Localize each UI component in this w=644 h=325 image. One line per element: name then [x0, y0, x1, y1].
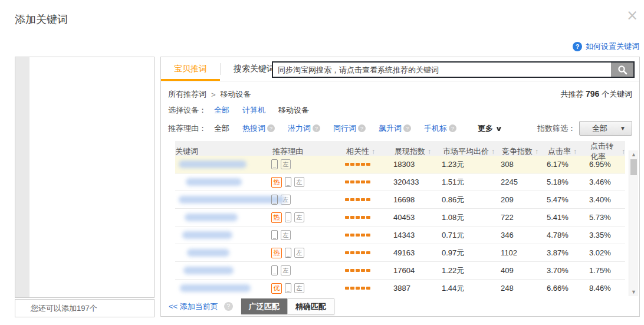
sort-arrow-icon[interactable]: ↑: [573, 147, 577, 156]
reason-cell: 左: [271, 159, 345, 169]
keyword-redacted: [186, 178, 242, 186]
recommend-count-summary: 共推荐 796 个关键词: [560, 89, 632, 100]
relevance-segment: [350, 216, 354, 219]
broad-match-button[interactable]: 广泛匹配: [241, 298, 287, 314]
search-button[interactable]: [611, 63, 633, 77]
keyword-cell: [175, 214, 271, 221]
scroll-up-icon[interactable]: ▲: [631, 150, 636, 159]
sort-arrow-icon[interactable]: ↑: [622, 147, 625, 156]
column-header-5[interactable]: 竞争指数↑: [501, 146, 547, 157]
search-input[interactable]: [273, 63, 611, 77]
competition-value: 2245: [501, 178, 547, 186]
relevance-bar: [345, 180, 393, 183]
sort-arrow-icon[interactable]: ↑: [535, 147, 538, 156]
reason-help-icon[interactable]: ?: [313, 124, 320, 132]
more-label: 更多: [478, 123, 493, 134]
relevance-segment: [345, 216, 349, 219]
help-link[interactable]: ? 如何设置关键词: [573, 41, 639, 52]
close-icon[interactable]: ×: [626, 8, 638, 22]
column-label: 点击率: [548, 146, 571, 157]
reason-help-icon[interactable]: ?: [267, 124, 275, 132]
sort-arrow-icon[interactable]: ↑: [428, 147, 431, 156]
sort-arrow-icon[interactable]: ↑: [491, 147, 495, 156]
reason-option-label: 潜力词: [288, 123, 311, 134]
selected-keywords-panel: [15, 57, 155, 298]
left-position-badge: 左: [294, 212, 304, 222]
reason-help-icon[interactable]: ?: [403, 124, 411, 132]
avg-price-value: 1.22元: [442, 265, 501, 276]
more-dropdown[interactable]: 更多 ∨: [478, 123, 502, 134]
keyword-redacted: [182, 231, 232, 239]
device-option-2[interactable]: 移动设备: [278, 105, 309, 116]
relevance-segment: [350, 251, 354, 254]
ctr-value: 6.17%: [547, 160, 589, 169]
table-row[interactable]: 热左3204331.51元22455.18%3.46%: [175, 173, 625, 191]
scroll-down-icon[interactable]: ▼: [631, 288, 636, 296]
quality-word-badge: 优: [271, 283, 282, 294]
keyword-recommend-panel: 宝贝推词 搜索关键词 所有推荐词 > 移动设备 共推荐 796 个关键词 选择设…: [160, 57, 640, 317]
reason-option-1[interactable]: 热搜词?: [242, 123, 275, 134]
table-row[interactable]: 左143430.71元3464.78%3.35%: [175, 226, 625, 244]
left-position-badge: 左: [281, 230, 291, 240]
column-header-3[interactable]: 展现指数↑: [393, 146, 442, 157]
relevance-segment: [345, 180, 349, 183]
avg-price-value: 0.71元: [442, 230, 501, 241]
reason-option-2[interactable]: 潜力词?: [288, 123, 320, 134]
reason-option-5[interactable]: 手机标?: [424, 123, 456, 134]
left-list-scrollbar[interactable]: [15, 57, 29, 297]
impression-value: 16698: [393, 195, 442, 204]
table-row[interactable]: 热左491630.97元11023.87%3.02%: [175, 244, 625, 262]
relevance-segment: [350, 287, 354, 290]
relevance-segment: [366, 287, 370, 290]
summary-prefix: 共推荐: [560, 90, 583, 99]
relevance-segment: [345, 269, 349, 272]
exact-match-button[interactable]: 精确匹配: [287, 298, 334, 314]
reason-cell: 热左: [271, 212, 345, 223]
reason-help-icon[interactable]: ?: [358, 124, 366, 132]
relevance-bar: [345, 163, 393, 166]
impression-value: 40453: [393, 213, 442, 222]
table-row[interactable]: 左166980.86元2095.47%3.40%: [175, 191, 625, 209]
table-row[interactable]: 热左404531.08元7225.41%5.73%: [175, 209, 625, 226]
scrollbar-thumb[interactable]: [630, 159, 637, 175]
keyword-table: 关键词推荐理由相关性↑展现指数↑市场平均出价↑竞争指数↑点击率↑点击转化率↑ 左…: [175, 141, 625, 305]
table-row[interactable]: 优左38871.44元2486.66%8.46%: [175, 280, 625, 297]
device-option-1[interactable]: 计算机: [242, 105, 265, 116]
index-filter-select[interactable]: 全部 ▼: [579, 121, 632, 136]
reason-option-4[interactable]: 飙升词?: [379, 123, 411, 134]
table-row[interactable]: 左183031.23元3086.17%6.95%: [175, 156, 625, 173]
breadcrumb-current: 移动设备: [221, 89, 251, 100]
device-option-0[interactable]: 全部: [214, 105, 229, 116]
add-current-page-link[interactable]: << 添加当前页: [169, 301, 218, 312]
keyword-redacted: [185, 214, 238, 221]
table-scrollbar[interactable]: ▲ ▼: [629, 150, 638, 296]
left-position-badge: 左: [294, 283, 304, 293]
match-help-icon[interactable]: ?: [224, 302, 233, 311]
column-header-6[interactable]: 点击率↑: [547, 146, 589, 157]
reason-cell: 热左: [271, 248, 345, 258]
column-label: 相关性: [346, 146, 369, 157]
reason-option-0[interactable]: 全部: [214, 123, 229, 134]
left-position-badge: 左: [281, 159, 291, 169]
column-header-4[interactable]: 市场平均出价↑: [442, 146, 501, 157]
reason-cell: 左: [271, 265, 345, 275]
reason-option-3[interactable]: 同行词?: [333, 123, 366, 134]
column-header-2[interactable]: 相关性↑: [345, 146, 393, 157]
hot-word-badge: 热: [271, 212, 282, 223]
table-row[interactable]: 左176041.22元4093.70%1.75%: [175, 262, 625, 280]
breadcrumb-parent[interactable]: 所有推荐词: [168, 89, 206, 100]
relevance-bar: [345, 287, 393, 290]
tab-item-recommend[interactable]: 宝贝推词: [161, 57, 220, 81]
sort-arrow-icon[interactable]: ↑: [372, 147, 375, 156]
keyword-cell: [175, 178, 271, 186]
index-filter-value: 全部: [580, 123, 620, 134]
reason-help-icon[interactable]: ?: [449, 124, 456, 132]
reason-filter-row: 推荐理由： 全部热搜词?潜力词?同行词?飙升词?手机标? 更多 ∨ 指数筛选： …: [168, 121, 632, 136]
impression-value: 3887: [393, 284, 442, 293]
relevance-segment: [361, 251, 365, 254]
relevance-segment: [366, 216, 370, 219]
reason-options: 全部热搜词?潜力词?同行词?飙升词?手机标?: [214, 123, 469, 134]
left-position-badge: 左: [294, 248, 304, 258]
impression-value: 14343: [393, 231, 442, 239]
column-header-7[interactable]: 点击转化率↑: [589, 141, 625, 162]
